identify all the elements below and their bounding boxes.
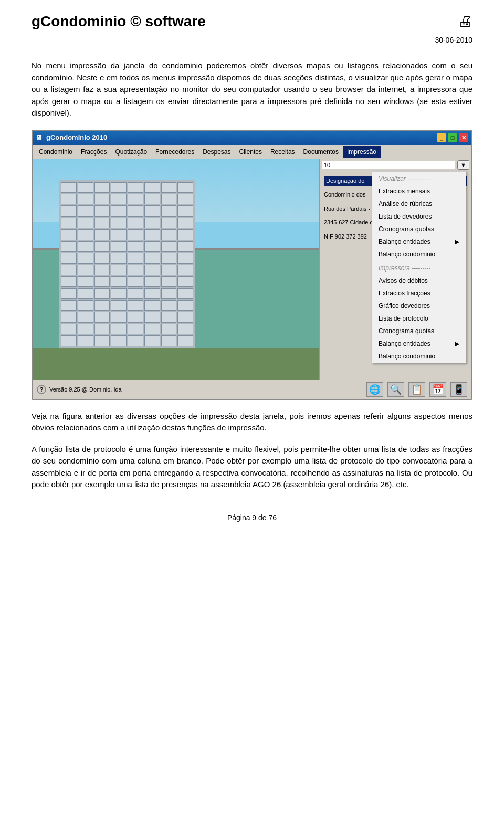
window-title-text: gCondominio 2010 [46,132,107,143]
menu-documentos[interactable]: Documentos [299,146,343,158]
impressao-dropdown-menu[interactable]: Visualizar ----------- Extractos mensais… [372,171,466,363]
window-minimize-button[interactable]: _ [437,133,446,142]
dropdown-item-balanco-entidades-2[interactable]: Balanço entidades [372,337,466,350]
app-title-main: gCondominio © software [32,13,206,29]
window-statusbar: ? Versão 9.25 @ Dominio, Ida 🌐 🔍 📋 📅 📱 [33,380,471,399]
header-right: 🖨 30-06-2010 [435,11,472,46]
menu-fraccoes[interactable]: Fracções [77,146,111,158]
menu-despesas[interactable]: Despesas [198,146,235,158]
window-body: ▼ Designação do Condominio dos Rua dos P… [33,159,471,380]
dropdown-item-lista-protocolo[interactable]: Lista de protocolo [372,312,466,325]
search-row[interactable]: ▼ [320,159,471,171]
dropdown-item-avisos-debitos[interactable]: Avisos de débitos [372,274,466,287]
dropdown-item-grafico-devedores[interactable]: Gráfico devedores [372,300,466,312]
dropdown-item-extractos-fraccoes[interactable]: Extractos fracções [372,287,466,300]
dropdown-item-balanco-entidades-1[interactable]: Balanço entidades [372,235,466,248]
search-button[interactable]: ▼ [457,160,469,170]
dropdown-item-cronograma-quotas-2[interactable]: Cronograma quotas [372,325,466,337]
app-title: gCondominio © software [32,11,206,33]
building-photo-area [33,159,319,380]
calendar-icon[interactable]: 📅 [429,382,446,397]
menu-receitas[interactable]: Receitas [266,146,299,158]
phone-icon[interactable]: 📱 [450,382,467,397]
document-icon[interactable]: 📋 [408,382,425,397]
status-icons: 🌐 🔍 📋 📅 📱 [366,382,467,397]
window-app-icon: 🖥 [36,132,43,143]
search-icon[interactable]: 🔍 [387,382,404,397]
window-menubar[interactable]: Condominio Fracções Quotização Fornecedo… [33,145,471,159]
dropdown-item-impressora-sep: Impressora --------- [372,261,466,274]
body-paragraph-1: A função lista de protocolo é uma função… [32,444,472,491]
window-titlebar: 🖥 gCondominio 2010 _ □ ✕ [33,131,471,145]
dropdown-item-lista-devedores[interactable]: Lista de devedores [372,210,466,223]
menu-fornecedores[interactable]: Fornecedores [151,146,198,158]
page-header: gCondominio © software 🖨 30-06-2010 [32,11,472,50]
intro-paragraph: No menu impressão da janela do condomini… [32,60,472,119]
dropdown-item-cronograma-quotas-1[interactable]: Cronograma quotas [372,223,466,235]
dropdown-item-analise-rubricas[interactable]: Análise de rúbricas [372,198,466,210]
page-footer: Página 9 de 76 [32,507,472,523]
printer-icon: 🖨 [458,11,472,33]
window-controls[interactable]: _ □ ✕ [437,133,468,142]
menu-impressao[interactable]: Impressão [343,146,381,158]
window-close-button[interactable]: ✕ [459,133,468,142]
help-button[interactable]: ? [37,385,46,394]
version-text: Versão 9.25 @ Dominio, Ida [49,385,122,394]
caption-paragraph: Veja na figura anterior as diversas opçõ… [32,410,472,434]
dropdown-item-visualizar-sep: Visualizar ----------- [372,171,466,185]
window-title-left: 🖥 gCondominio 2010 [36,132,107,143]
status-left: ? Versão 9.25 @ Dominio, Ida [37,385,122,394]
globe-icon[interactable]: 🌐 [366,382,383,397]
application-window: 🖥 gCondominio 2010 _ □ ✕ Condominio Frac… [32,130,472,400]
search-input[interactable] [322,161,455,169]
dropdown-item-balanco-condominio-2[interactable]: Balanço condominio [372,350,466,363]
page-number: Página 9 de 76 [227,513,277,522]
building-image [59,180,195,348]
dropdown-item-balanco-condominio-1[interactable]: Balanço condominio [372,248,466,261]
menu-quotizacao[interactable]: Quotização [111,146,151,158]
page-date: 30-06-2010 [435,35,472,46]
dropdown-item-extractos-mensais[interactable]: Extractos mensais [372,185,466,198]
window-maximize-button[interactable]: □ [448,133,457,142]
right-form-panel: ▼ Designação do Condominio dos Rua dos P… [319,159,471,380]
menu-clientes[interactable]: Clientes [235,146,266,158]
menu-condominio[interactable]: Condominio [35,146,77,158]
